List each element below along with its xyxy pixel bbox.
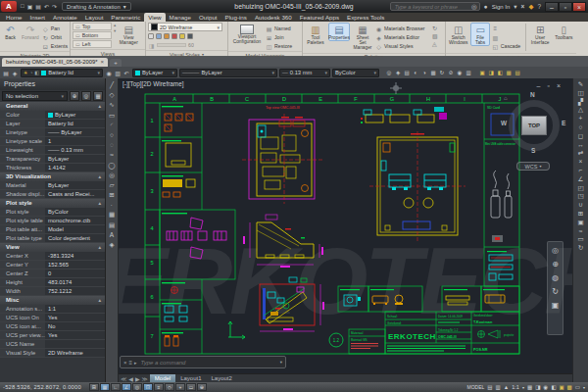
property-row[interactable]: Plot table att... Model xyxy=(0,225,105,234)
opacity-slider[interactable] xyxy=(157,43,186,47)
material-button[interactable] xyxy=(164,33,170,39)
property-row[interactable]: Width 752.1212 xyxy=(0,287,105,296)
property-row[interactable]: UCS icon On Yes xyxy=(0,314,105,322)
viewcube[interactable]: TOP xyxy=(521,116,547,135)
ribbon-tab[interactable]: Plug-ins xyxy=(221,13,251,22)
layer-properties-icon[interactable]: ▤ xyxy=(2,70,10,76)
select-objects-icon[interactable]: ◎ xyxy=(81,91,91,101)
property-row[interactable]: Material ByLayer xyxy=(0,181,105,190)
named-viewports-button[interactable]: ▤ Named xyxy=(266,24,292,32)
ribbon-tab[interactable]: Parametric xyxy=(107,13,144,22)
quick-select-icon[interactable]: ▦ xyxy=(93,91,103,101)
copy-icon[interactable]: ◻ xyxy=(578,132,583,139)
qat-redo-icon[interactable]: ↷ xyxy=(52,3,57,10)
property-row[interactable]: Transparency ByLayer xyxy=(0,155,105,164)
break-icon[interactable]: ▭ xyxy=(577,235,583,242)
region-icon[interactable]: ◈ xyxy=(110,241,115,248)
property-row[interactable]: Center Y 152.565 xyxy=(0,261,105,270)
property-row[interactable]: Layer Battery lid xyxy=(0,120,105,128)
view-preset[interactable]: ▭ Left xyxy=(73,40,112,48)
lwt-toggle[interactable]: ⊕ xyxy=(197,383,207,391)
model-space-label[interactable]: MODEL xyxy=(467,384,485,390)
extents-button[interactable]: ⊡ Extents xyxy=(42,42,68,50)
materials-editor-button[interactable]: ◈ Materials Editor xyxy=(375,33,430,41)
view-preset[interactable]: ▭ Top xyxy=(73,23,112,30)
rectangle-icon[interactable]: ▭ xyxy=(109,112,115,119)
property-row[interactable]: Linetype scale 1 xyxy=(0,137,105,146)
shadow-button[interactable] xyxy=(156,33,162,39)
back-button[interactable]: ↶ Back xyxy=(2,23,19,41)
autocad-logo-icon[interactable]: A xyxy=(1,1,17,12)
ribbon-tab[interactable]: Featured Apps xyxy=(296,13,343,22)
otrack-toggle[interactable]: ◇ xyxy=(165,383,174,391)
viewcube-north[interactable]: N xyxy=(530,91,535,98)
qat-save-icon[interactable]: ▤ xyxy=(35,3,41,10)
property-row[interactable]: UCS icon at... No xyxy=(0,322,105,331)
edit-icon[interactable]: ✎ xyxy=(578,80,583,87)
section-header-view[interactable]: View▴ xyxy=(0,243,105,252)
zoom-extents-icon[interactable]: ◍ xyxy=(552,273,559,282)
layer-unisolate-icon[interactable]: ◈ xyxy=(394,70,402,75)
end-isolate-icon[interactable]: ▦ xyxy=(505,70,513,75)
ortho-toggle[interactable]: ∠ xyxy=(122,383,131,391)
ribbon-tab[interactable]: Home xyxy=(2,13,26,22)
customize-command-icon[interactable]: ≡ xyxy=(129,360,133,366)
last-tab-icon[interactable]: ≫ xyxy=(142,375,148,382)
snap-toggle[interactable]: ▦ xyxy=(100,383,110,391)
render-gallery-icon[interactable]: ↻ xyxy=(432,24,438,31)
property-row[interactable]: Thickness 1.4142 xyxy=(0,164,105,172)
lights-icon[interactable]: ▧ xyxy=(432,32,438,39)
annotation-scale-icon[interactable]: ▲ xyxy=(504,384,509,390)
restore-drawing-icon[interactable]: ▫ xyxy=(547,82,549,89)
properties-palette-button[interactable]: ▤ Properties xyxy=(328,23,350,41)
forward-button[interactable]: ↷ Forward xyxy=(21,23,40,41)
qat-new-icon[interactable]: □ xyxy=(21,3,24,10)
file-tab[interactable]: behuizing OMC-045-III_05-06-2009* × xyxy=(2,58,108,67)
palette-title[interactable]: Properties xyxy=(0,78,105,90)
spline-icon[interactable]: ≈ xyxy=(110,151,114,158)
section-header-3d[interactable]: 3D Visualization▴ xyxy=(0,172,105,181)
property-row[interactable]: Color ByLayer xyxy=(0,111,105,120)
sheet-set-button[interactable]: ▦ Sheet Set Manager xyxy=(352,23,373,52)
layer-delete-icon[interactable]: ⊘ xyxy=(447,70,455,75)
close-drawing-icon[interactable]: × xyxy=(557,82,561,89)
status-menu-icon[interactable]: ▾ xyxy=(583,385,585,390)
exchange-apps-icon[interactable]: × xyxy=(521,3,525,10)
face-style-button[interactable] xyxy=(148,33,154,39)
property-row[interactable]: Visual Style 2D Wireframe xyxy=(0,349,105,358)
autoscale-icon[interactable]: ◨ xyxy=(535,384,540,390)
array-icon[interactable]: ◰ xyxy=(577,184,583,191)
make-current-icon[interactable]: ◉ xyxy=(105,70,113,76)
minimize-drawing-icon[interactable]: – xyxy=(537,82,541,89)
viewport-controls[interactable]: [-][Top][2D Wireframe] xyxy=(122,80,184,87)
isolate-objects-icon[interactable]: ▣ xyxy=(559,384,564,390)
object-color-icon[interactable]: ▤ xyxy=(514,70,521,75)
switch-windows-button[interactable]: ◫ Switch Windows xyxy=(448,23,468,46)
isolate-objects-icon[interactable]: ▣ xyxy=(478,70,486,75)
color-combo[interactable]: ByLayer ▾ xyxy=(132,69,177,77)
arc-icon[interactable]: ◜ xyxy=(111,122,114,128)
donut-icon[interactable]: ◎ xyxy=(109,172,115,178)
ribbon-tab[interactable]: View xyxy=(144,13,165,22)
infer-toggle[interactable]: ⊞ xyxy=(89,383,99,391)
hatch-edit-icon[interactable]: ▞ xyxy=(578,98,583,105)
chamfer-icon[interactable]: ∠ xyxy=(578,175,584,182)
circle-icon[interactable]: ○ xyxy=(110,131,114,138)
rotate2-icon[interactable]: ↻ xyxy=(578,244,583,251)
lineweight-combo[interactable]: — 0.13 mm ▾ xyxy=(279,69,330,77)
revcloud-icon[interactable]: ◌ xyxy=(110,141,114,148)
showmotion-icon[interactable]: ▣ xyxy=(552,301,560,310)
ribbon-tab[interactable]: Layout xyxy=(81,13,108,22)
property-row[interactable]: Height 483.0174 xyxy=(0,278,105,287)
command-line[interactable]: × ≡ ▸ ▾ xyxy=(120,356,286,368)
layer-copy-icon[interactable]: ▥ xyxy=(465,70,472,75)
recent-commands-icon[interactable]: ▾ xyxy=(280,360,282,365)
scroll-down-icon[interactable]: ▾ xyxy=(114,28,116,33)
layer-previous-icon[interactable]: ↶ xyxy=(122,70,130,76)
lock-ui-icon[interactable]: ◧ xyxy=(551,384,556,390)
property-row[interactable]: Plot table type Color dependent xyxy=(0,234,105,243)
scale-icon[interactable]: △ xyxy=(578,106,583,113)
quick-view-layouts-icon[interactable]: ▤ xyxy=(487,384,492,390)
property-row[interactable]: Linetype —— ByLayer xyxy=(0,128,105,137)
property-row[interactable]: Plot style table monochrome.ctb xyxy=(0,217,105,225)
